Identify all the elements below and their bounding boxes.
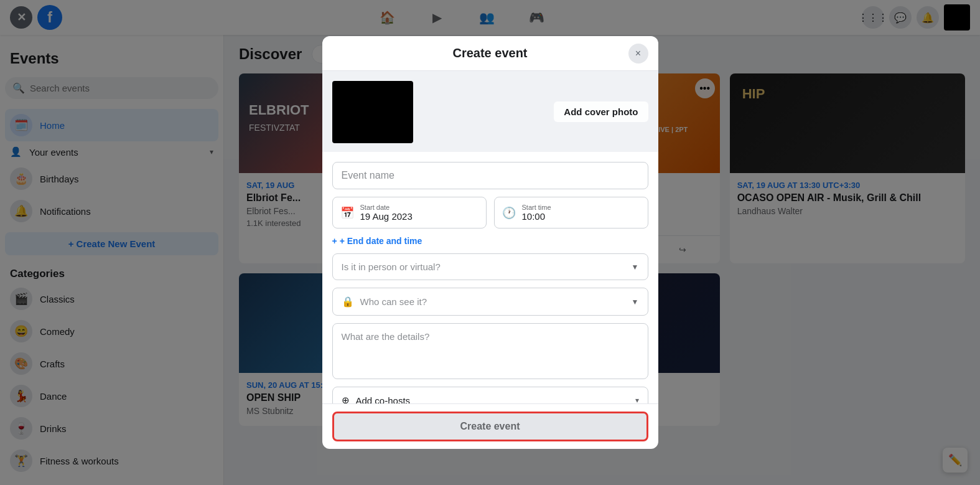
cover-photo-area: Add cover photo: [322, 71, 658, 152]
clock-icon: 🕐: [502, 206, 516, 220]
modal-body: Add cover photo 📅 Start date 19 Aug 2023…: [322, 71, 658, 403]
plus-icon: +: [332, 236, 337, 246]
create-event-button[interactable]: Create event: [332, 412, 648, 441]
modal-title: Create event: [452, 46, 527, 60]
event-name-input[interactable]: [332, 162, 648, 189]
who-can-see-select[interactable]: 🔒 Who can see it? ▼: [332, 288, 648, 316]
calendar-icon: 📅: [340, 206, 354, 220]
dropdown-arrow-icon-2: ▼: [632, 298, 639, 306]
add-cohosts-row[interactable]: ⊕ Add co-hosts ▾: [332, 387, 648, 403]
plus-circle-icon: ⊕: [342, 395, 350, 403]
cover-photo-black-block: [332, 81, 413, 143]
start-date-value: 19 Aug 2023: [360, 211, 413, 222]
modal-footer: Create event: [322, 403, 658, 449]
start-time-field[interactable]: 🕐 Start time 10:00: [494, 197, 648, 228]
modal-overlay[interactable]: Create event × Add cover photo 📅 Start d…: [0, 0, 980, 485]
end-date-link[interactable]: + + End date and time: [332, 236, 648, 246]
add-cohosts-label: Add co-hosts: [356, 395, 411, 403]
event-details-textarea[interactable]: [332, 323, 648, 379]
modal-close-button[interactable]: ×: [628, 44, 648, 64]
lock-icon: 🔒: [342, 296, 354, 308]
who-can-see-placeholder: Who can see it?: [360, 296, 427, 307]
start-time-label: Start time: [522, 204, 551, 211]
in-person-virtual-select[interactable]: Is it in person or virtual? ▼: [332, 253, 648, 280]
chevron-down-icon-cohosts: ▾: [635, 396, 639, 403]
modal-form: 📅 Start date 19 Aug 2023 🕐 Start time 10…: [322, 152, 658, 403]
modal-header: Create event ×: [322, 36, 658, 71]
start-date-label: Start date: [360, 204, 413, 211]
start-time-value: 10:00: [522, 211, 551, 222]
create-event-modal: Create event × Add cover photo 📅 Start d…: [322, 36, 658, 448]
in-person-placeholder: Is it in person or virtual?: [342, 261, 441, 272]
start-date-field[interactable]: 📅 Start date 19 Aug 2023: [332, 197, 487, 228]
date-time-row: 📅 Start date 19 Aug 2023 🕐 Start time 10…: [332, 197, 648, 228]
add-cover-photo-button[interactable]: Add cover photo: [554, 101, 648, 122]
dropdown-arrow-icon: ▼: [632, 263, 639, 271]
